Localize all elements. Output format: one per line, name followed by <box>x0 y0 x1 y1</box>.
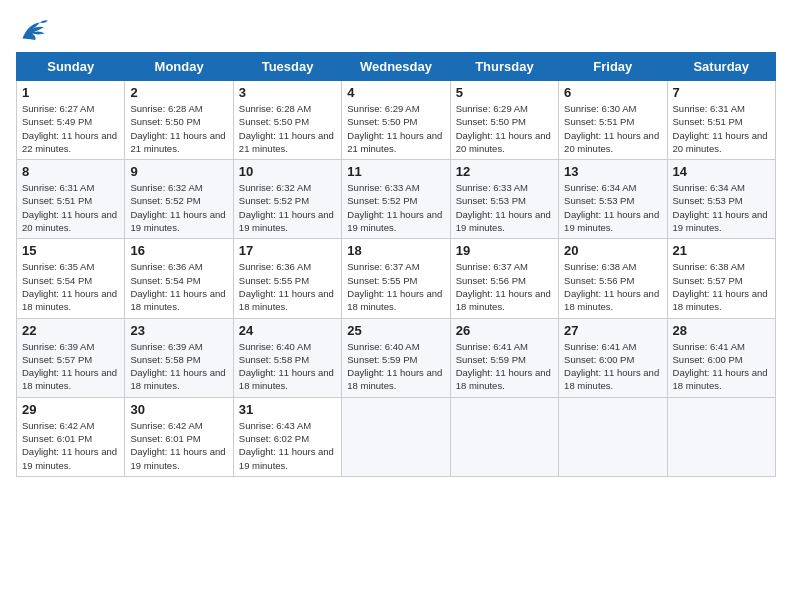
calendar-cell: 11 Sunrise: 6:33 AM Sunset: 5:52 PM Dayl… <box>342 160 450 239</box>
day-number: 7 <box>673 85 770 100</box>
calendar-cell: 31 Sunrise: 6:43 AM Sunset: 6:02 PM Dayl… <box>233 397 341 476</box>
day-info: Sunrise: 6:32 AM Sunset: 5:52 PM Dayligh… <box>239 181 336 234</box>
day-number: 2 <box>130 85 227 100</box>
day-number: 25 <box>347 323 444 338</box>
day-number: 4 <box>347 85 444 100</box>
column-header-friday: Friday <box>559 53 667 81</box>
calendar-cell: 8 Sunrise: 6:31 AM Sunset: 5:51 PM Dayli… <box>17 160 125 239</box>
day-info: Sunrise: 6:36 AM Sunset: 5:55 PM Dayligh… <box>239 260 336 313</box>
calendar-cell: 13 Sunrise: 6:34 AM Sunset: 5:53 PM Dayl… <box>559 160 667 239</box>
day-info: Sunrise: 6:42 AM Sunset: 6:01 PM Dayligh… <box>22 419 119 472</box>
calendar-cell: 25 Sunrise: 6:40 AM Sunset: 5:59 PM Dayl… <box>342 318 450 397</box>
day-number: 11 <box>347 164 444 179</box>
day-number: 19 <box>456 243 553 258</box>
day-number: 26 <box>456 323 553 338</box>
day-number: 30 <box>130 402 227 417</box>
day-number: 13 <box>564 164 661 179</box>
column-header-saturday: Saturday <box>667 53 775 81</box>
calendar-cell: 18 Sunrise: 6:37 AM Sunset: 5:55 PM Dayl… <box>342 239 450 318</box>
day-number: 20 <box>564 243 661 258</box>
day-number: 14 <box>673 164 770 179</box>
day-number: 18 <box>347 243 444 258</box>
column-header-monday: Monday <box>125 53 233 81</box>
day-info: Sunrise: 6:38 AM Sunset: 5:56 PM Dayligh… <box>564 260 661 313</box>
day-number: 8 <box>22 164 119 179</box>
day-number: 3 <box>239 85 336 100</box>
day-number: 21 <box>673 243 770 258</box>
calendar-week-2: 8 Sunrise: 6:31 AM Sunset: 5:51 PM Dayli… <box>17 160 776 239</box>
calendar-cell: 30 Sunrise: 6:42 AM Sunset: 6:01 PM Dayl… <box>125 397 233 476</box>
day-info: Sunrise: 6:36 AM Sunset: 5:54 PM Dayligh… <box>130 260 227 313</box>
day-info: Sunrise: 6:39 AM Sunset: 5:58 PM Dayligh… <box>130 340 227 393</box>
calendar-cell: 23 Sunrise: 6:39 AM Sunset: 5:58 PM Dayl… <box>125 318 233 397</box>
calendar-cell <box>450 397 558 476</box>
calendar-cell: 27 Sunrise: 6:41 AM Sunset: 6:00 PM Dayl… <box>559 318 667 397</box>
calendar-cell: 17 Sunrise: 6:36 AM Sunset: 5:55 PM Dayl… <box>233 239 341 318</box>
day-info: Sunrise: 6:41 AM Sunset: 5:59 PM Dayligh… <box>456 340 553 393</box>
day-number: 22 <box>22 323 119 338</box>
calendar-week-4: 22 Sunrise: 6:39 AM Sunset: 5:57 PM Dayl… <box>17 318 776 397</box>
day-number: 27 <box>564 323 661 338</box>
calendar-cell: 24 Sunrise: 6:40 AM Sunset: 5:58 PM Dayl… <box>233 318 341 397</box>
calendar-header-row: SundayMondayTuesdayWednesdayThursdayFrid… <box>17 53 776 81</box>
day-info: Sunrise: 6:27 AM Sunset: 5:49 PM Dayligh… <box>22 102 119 155</box>
calendar-cell <box>667 397 775 476</box>
day-number: 12 <box>456 164 553 179</box>
day-info: Sunrise: 6:32 AM Sunset: 5:52 PM Dayligh… <box>130 181 227 234</box>
day-number: 6 <box>564 85 661 100</box>
calendar-cell: 19 Sunrise: 6:37 AM Sunset: 5:56 PM Dayl… <box>450 239 558 318</box>
day-info: Sunrise: 6:29 AM Sunset: 5:50 PM Dayligh… <box>456 102 553 155</box>
day-info: Sunrise: 6:39 AM Sunset: 5:57 PM Dayligh… <box>22 340 119 393</box>
page-header <box>16 16 776 44</box>
day-info: Sunrise: 6:28 AM Sunset: 5:50 PM Dayligh… <box>130 102 227 155</box>
day-info: Sunrise: 6:41 AM Sunset: 6:00 PM Dayligh… <box>564 340 661 393</box>
calendar-week-3: 15 Sunrise: 6:35 AM Sunset: 5:54 PM Dayl… <box>17 239 776 318</box>
calendar-cell <box>342 397 450 476</box>
calendar-cell: 14 Sunrise: 6:34 AM Sunset: 5:53 PM Dayl… <box>667 160 775 239</box>
calendar-cell: 10 Sunrise: 6:32 AM Sunset: 5:52 PM Dayl… <box>233 160 341 239</box>
calendar-cell: 15 Sunrise: 6:35 AM Sunset: 5:54 PM Dayl… <box>17 239 125 318</box>
column-header-thursday: Thursday <box>450 53 558 81</box>
column-header-sunday: Sunday <box>17 53 125 81</box>
day-number: 23 <box>130 323 227 338</box>
day-number: 31 <box>239 402 336 417</box>
day-info: Sunrise: 6:31 AM Sunset: 5:51 PM Dayligh… <box>673 102 770 155</box>
calendar-cell: 5 Sunrise: 6:29 AM Sunset: 5:50 PM Dayli… <box>450 81 558 160</box>
calendar-week-1: 1 Sunrise: 6:27 AM Sunset: 5:49 PM Dayli… <box>17 81 776 160</box>
day-info: Sunrise: 6:28 AM Sunset: 5:50 PM Dayligh… <box>239 102 336 155</box>
day-info: Sunrise: 6:37 AM Sunset: 5:55 PM Dayligh… <box>347 260 444 313</box>
day-number: 16 <box>130 243 227 258</box>
calendar-cell: 2 Sunrise: 6:28 AM Sunset: 5:50 PM Dayli… <box>125 81 233 160</box>
calendar-cell: 26 Sunrise: 6:41 AM Sunset: 5:59 PM Dayl… <box>450 318 558 397</box>
day-info: Sunrise: 6:30 AM Sunset: 5:51 PM Dayligh… <box>564 102 661 155</box>
logo-icon <box>16 16 48 44</box>
logo <box>16 16 52 44</box>
day-number: 5 <box>456 85 553 100</box>
calendar-week-5: 29 Sunrise: 6:42 AM Sunset: 6:01 PM Dayl… <box>17 397 776 476</box>
day-info: Sunrise: 6:40 AM Sunset: 5:58 PM Dayligh… <box>239 340 336 393</box>
column-header-tuesday: Tuesday <box>233 53 341 81</box>
day-info: Sunrise: 6:33 AM Sunset: 5:53 PM Dayligh… <box>456 181 553 234</box>
day-info: Sunrise: 6:43 AM Sunset: 6:02 PM Dayligh… <box>239 419 336 472</box>
day-info: Sunrise: 6:34 AM Sunset: 5:53 PM Dayligh… <box>673 181 770 234</box>
day-info: Sunrise: 6:41 AM Sunset: 6:00 PM Dayligh… <box>673 340 770 393</box>
calendar-cell: 22 Sunrise: 6:39 AM Sunset: 5:57 PM Dayl… <box>17 318 125 397</box>
day-info: Sunrise: 6:33 AM Sunset: 5:52 PM Dayligh… <box>347 181 444 234</box>
calendar-table: SundayMondayTuesdayWednesdayThursdayFrid… <box>16 52 776 477</box>
day-info: Sunrise: 6:42 AM Sunset: 6:01 PM Dayligh… <box>130 419 227 472</box>
calendar-cell: 12 Sunrise: 6:33 AM Sunset: 5:53 PM Dayl… <box>450 160 558 239</box>
calendar-cell: 4 Sunrise: 6:29 AM Sunset: 5:50 PM Dayli… <box>342 81 450 160</box>
day-info: Sunrise: 6:38 AM Sunset: 5:57 PM Dayligh… <box>673 260 770 313</box>
day-number: 28 <box>673 323 770 338</box>
calendar-cell: 6 Sunrise: 6:30 AM Sunset: 5:51 PM Dayli… <box>559 81 667 160</box>
day-number: 17 <box>239 243 336 258</box>
day-info: Sunrise: 6:31 AM Sunset: 5:51 PM Dayligh… <box>22 181 119 234</box>
day-number: 10 <box>239 164 336 179</box>
calendar-cell: 28 Sunrise: 6:41 AM Sunset: 6:00 PM Dayl… <box>667 318 775 397</box>
day-info: Sunrise: 6:29 AM Sunset: 5:50 PM Dayligh… <box>347 102 444 155</box>
day-number: 9 <box>130 164 227 179</box>
day-number: 29 <box>22 402 119 417</box>
calendar-cell: 3 Sunrise: 6:28 AM Sunset: 5:50 PM Dayli… <box>233 81 341 160</box>
day-info: Sunrise: 6:35 AM Sunset: 5:54 PM Dayligh… <box>22 260 119 313</box>
day-number: 15 <box>22 243 119 258</box>
